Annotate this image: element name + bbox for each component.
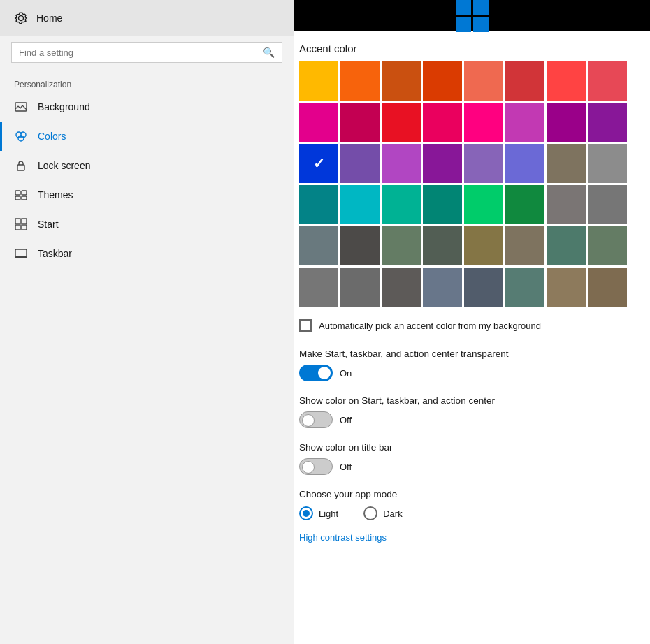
sidebar-item-start[interactable]: Start [0, 210, 294, 239]
home-label: Home [36, 13, 62, 24]
color-swatch-cyan1[interactable] [340, 185, 380, 224]
color-swatch-neonpink[interactable] [464, 103, 503, 142]
search-icon[interactable]: 🔍 [263, 47, 275, 58]
sidebar-home[interactable]: Home [0, 0, 294, 36]
svg-rect-10 [22, 219, 27, 224]
auto-pick-label: Automatically pick an accent color from … [319, 321, 541, 331]
radio-dark[interactable]: Dark [363, 506, 402, 520]
sidebar-item-background[interactable]: Background [0, 92, 294, 122]
color-swatch-gray6[interactable] [382, 268, 421, 307]
taskbar-icon [14, 247, 28, 261]
color-swatch-teal1[interactable] [299, 185, 338, 224]
color-swatch-indigo[interactable] [340, 144, 380, 183]
color-swatch-gray1[interactable] [588, 144, 627, 183]
color-swatch-tan[interactable] [505, 226, 544, 265]
show-color-start-toggle[interactable] [299, 411, 333, 428]
svg-rect-14 [15, 256, 27, 258]
color-swatch-gray2[interactable] [547, 185, 586, 224]
color-swatch-rose[interactable] [588, 61, 627, 101]
color-swatch-red3[interactable] [547, 61, 586, 101]
sidebar: Home 🔍 Personalization Background Colors [0, 0, 294, 644]
win-tile-4 [473, 17, 489, 32]
color-swatch-lavender[interactable] [464, 144, 503, 183]
color-swatch-gray4[interactable] [299, 268, 338, 307]
color-swatch-teal2[interactable] [382, 185, 421, 224]
color-swatch-red2[interactable] [505, 61, 544, 101]
color-swatch-teal3[interactable] [423, 185, 462, 224]
color-swatch-pink1[interactable] [299, 103, 338, 142]
svg-rect-4 [17, 165, 24, 170]
color-swatch-slate1[interactable] [299, 226, 338, 265]
color-swatch-gray5[interactable] [340, 268, 380, 307]
radio-row: Light Dark [299, 506, 633, 520]
color-swatch-blue-gray[interactable] [547, 144, 586, 183]
color-swatch-mint[interactable] [464, 185, 503, 224]
color-swatch-gray3[interactable] [588, 185, 627, 224]
color-swatch-charcoal[interactable] [340, 226, 380, 265]
color-swatch-caramel[interactable] [588, 268, 627, 307]
search-input[interactable] [19, 47, 263, 58]
main-content: Accent color [294, 31, 650, 571]
high-contrast-link[interactable]: High contrast settings [299, 532, 387, 543]
show-color-titlebar-toggle-row: Off [299, 458, 633, 475]
color-swatch-teal4[interactable] [547, 226, 586, 265]
color-swatch-yellow[interactable] [299, 61, 338, 101]
colors-icon [14, 129, 28, 143]
show-color-titlebar-state: Off [340, 462, 352, 472]
color-swatch-forest[interactable] [423, 226, 462, 265]
color-swatch-green1[interactable] [505, 185, 544, 224]
colors-label: Colors [38, 131, 66, 142]
color-swatch-red1[interactable] [423, 61, 462, 101]
sidebar-item-themes[interactable]: Themes [0, 180, 294, 210]
radio-light[interactable]: Light [299, 506, 338, 520]
background-icon [14, 100, 28, 114]
color-swatch-purple1[interactable] [505, 103, 544, 142]
color-swatch-blue1[interactable] [299, 144, 338, 183]
section-label: Personalization [0, 74, 294, 92]
color-swatch-pink2[interactable] [340, 103, 380, 142]
lock-screen-label: Lock screen [38, 160, 90, 171]
color-swatch-sage2[interactable] [588, 226, 627, 265]
main-panel: Accent color [294, 0, 650, 644]
color-swatch-steel[interactable] [423, 268, 462, 307]
color-swatch-crimson[interactable] [382, 103, 421, 142]
show-color-titlebar-toggle[interactable] [299, 458, 333, 475]
radio-light-circle [299, 506, 313, 520]
radio-dark-circle [363, 506, 377, 520]
color-swatch-purple4[interactable] [423, 144, 462, 183]
color-swatch-brown[interactable] [547, 268, 586, 307]
transparent-section: Make Start, taskbar, and action center t… [299, 349, 633, 381]
auto-pick-row: Automatically pick an accent color from … [299, 319, 633, 332]
show-color-titlebar-thumb [302, 461, 315, 474]
color-swatch-slate2[interactable] [505, 268, 544, 307]
themes-icon [14, 188, 28, 202]
svg-rect-6 [22, 191, 27, 195]
color-swatch-orange1[interactable] [340, 61, 380, 101]
color-swatch-periwinkle[interactable] [505, 144, 544, 183]
svg-rect-11 [15, 225, 20, 230]
transparent-label: Make Start, taskbar, and action center t… [299, 349, 633, 359]
show-color-titlebar-section: Show color on title bar Off [299, 442, 633, 475]
auto-pick-checkbox[interactable] [299, 319, 312, 332]
radio-light-inner [303, 510, 310, 517]
transparent-toggle[interactable] [299, 365, 333, 381]
color-swatch-khaki[interactable] [464, 226, 503, 265]
color-swatch-purple3[interactable] [588, 103, 627, 142]
preview-bar [294, 0, 650, 31]
color-swatch-sage[interactable] [382, 226, 421, 265]
color-swatch-purple2[interactable] [547, 103, 586, 142]
sidebar-item-colors[interactable]: Colors [0, 122, 294, 151]
search-box: 🔍 [11, 42, 282, 63]
color-swatch-violet[interactable] [382, 144, 421, 183]
taskbar-label: Taskbar [38, 248, 72, 259]
color-swatch-salmon[interactable] [464, 61, 503, 101]
accent-color-label: Accent color [299, 43, 633, 54]
sidebar-item-lock-screen[interactable]: Lock screen [0, 151, 294, 180]
transparent-toggle-thumb [318, 367, 331, 379]
color-swatch-orange2[interactable] [382, 61, 421, 101]
svg-rect-5 [15, 191, 20, 195]
sidebar-item-taskbar[interactable]: Taskbar [0, 239, 294, 268]
radio-dark-label: Dark [383, 508, 402, 519]
color-swatch-navy[interactable] [464, 268, 503, 307]
color-swatch-hotpink[interactable] [423, 103, 462, 142]
